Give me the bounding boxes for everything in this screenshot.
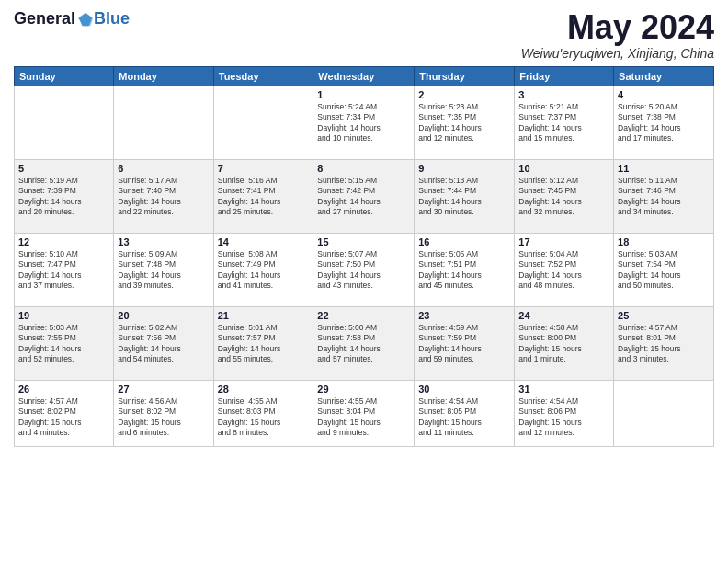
day-info: Sunrise: 4:58 AM Sunset: 8:00 PM Dayligh… [518,323,609,365]
day-number: 22 [317,310,410,321]
day-number: 19 [18,310,109,321]
calendar-cell: 23Sunrise: 4:59 AM Sunset: 7:59 PM Dayli… [415,306,515,380]
day-info: Sunrise: 5:21 AM Sunset: 7:37 PM Dayligh… [518,102,609,144]
title-section: May 2024 Weiwu'eryuqiwen, Xinjiang, Chin… [521,9,714,61]
calendar-cell: 19Sunrise: 5:03 AM Sunset: 7:55 PM Dayli… [15,306,114,380]
day-number: 5 [18,163,109,174]
day-info: Sunrise: 5:08 AM Sunset: 7:49 PM Dayligh… [218,249,310,292]
calendar-week-row: 26Sunrise: 4:57 AM Sunset: 8:02 PM Dayli… [15,380,714,446]
day-number: 12 [18,236,109,247]
calendar-cell: 12Sunrise: 5:10 AM Sunset: 7:47 PM Dayli… [15,233,114,306]
calendar-cell: 29Sunrise: 4:55 AM Sunset: 8:04 PM Dayli… [313,380,415,446]
calendar-week-row: 5Sunrise: 5:19 AM Sunset: 7:39 PM Daylig… [15,159,714,233]
day-number: 13 [118,236,209,247]
calendar-cell: 11Sunrise: 5:11 AM Sunset: 7:46 PM Dayli… [614,159,714,233]
weekday-header-thursday: Thursday [415,66,515,86]
day-number: 20 [118,310,209,321]
calendar-cell: 25Sunrise: 4:57 AM Sunset: 8:01 PM Dayli… [614,306,714,380]
calendar-week-row: 19Sunrise: 5:03 AM Sunset: 7:55 PM Dayli… [15,306,714,380]
calendar-cell: 5Sunrise: 5:19 AM Sunset: 7:39 PM Daylig… [15,159,114,233]
day-info: Sunrise: 5:00 AM Sunset: 7:58 PM Dayligh… [317,323,410,365]
day-number: 16 [418,236,510,247]
calendar-cell: 20Sunrise: 5:02 AM Sunset: 7:56 PM Dayli… [114,306,213,380]
calendar-week-row: 1Sunrise: 5:24 AM Sunset: 7:34 PM Daylig… [15,86,714,159]
calendar-week-row: 12Sunrise: 5:10 AM Sunset: 7:47 PM Dayli… [15,233,714,306]
calendar-cell [114,86,213,159]
calendar-cell: 7Sunrise: 5:16 AM Sunset: 7:41 PM Daylig… [213,159,313,233]
day-number: 28 [218,384,310,395]
calendar-cell [15,86,114,159]
day-number: 18 [618,236,710,247]
day-number: 7 [218,163,310,174]
day-number: 26 [18,384,109,395]
day-info: Sunrise: 5:12 AM Sunset: 7:45 PM Dayligh… [518,176,609,218]
day-number: 27 [118,384,209,395]
calendar-cell: 18Sunrise: 5:03 AM Sunset: 7:54 PM Dayli… [614,233,714,306]
logo: General Blue [14,9,130,29]
day-info: Sunrise: 5:07 AM Sunset: 7:50 PM Dayligh… [317,249,410,292]
day-number: 21 [218,310,310,321]
location-subtitle: Weiwu'eryuqiwen, Xinjiang, China [521,46,714,61]
day-info: Sunrise: 5:02 AM Sunset: 7:56 PM Dayligh… [118,323,209,365]
day-number: 17 [518,236,609,247]
day-number: 31 [518,384,609,395]
day-info: Sunrise: 5:13 AM Sunset: 7:44 PM Dayligh… [418,176,510,218]
day-number: 11 [618,163,710,174]
day-number: 29 [317,384,410,395]
day-number: 24 [518,310,609,321]
day-info: Sunrise: 5:04 AM Sunset: 7:52 PM Dayligh… [518,249,609,292]
calendar-cell: 24Sunrise: 4:58 AM Sunset: 8:00 PM Dayli… [515,306,614,380]
weekday-header-tuesday: Tuesday [213,66,313,86]
day-number: 15 [317,236,410,247]
month-title: May 2024 [521,9,714,46]
day-number: 2 [418,89,510,100]
calendar-cell [213,86,313,159]
day-info: Sunrise: 5:01 AM Sunset: 7:57 PM Dayligh… [218,323,310,365]
day-number: 25 [618,310,710,321]
day-number: 30 [418,384,510,395]
day-info: Sunrise: 4:55 AM Sunset: 8:03 PM Dayligh… [218,396,310,439]
calendar-cell: 30Sunrise: 4:54 AM Sunset: 8:05 PM Dayli… [415,380,515,446]
calendar-cell: 6Sunrise: 5:17 AM Sunset: 7:40 PM Daylig… [114,159,213,233]
day-info: Sunrise: 4:55 AM Sunset: 8:04 PM Dayligh… [317,396,410,439]
day-info: Sunrise: 5:23 AM Sunset: 7:35 PM Dayligh… [418,102,510,144]
calendar-table: SundayMondayTuesdayWednesdayThursdayFrid… [14,66,714,447]
calendar-cell: 4Sunrise: 5:20 AM Sunset: 7:38 PM Daylig… [614,86,714,159]
day-number: 1 [317,89,410,100]
day-number: 9 [418,163,510,174]
calendar-header-row: SundayMondayTuesdayWednesdayThursdayFrid… [15,66,714,86]
day-number: 14 [218,236,310,247]
page: General Blue May 2024 Weiwu'eryuqiwen, X… [0,0,728,563]
day-number: 8 [317,163,410,174]
day-info: Sunrise: 5:16 AM Sunset: 7:41 PM Dayligh… [218,176,310,218]
header: General Blue May 2024 Weiwu'eryuqiwen, X… [14,9,714,61]
weekday-header-monday: Monday [114,66,213,86]
calendar-cell: 31Sunrise: 4:54 AM Sunset: 8:06 PM Dayli… [515,380,614,446]
day-info: Sunrise: 5:11 AM Sunset: 7:46 PM Dayligh… [618,176,710,218]
day-info: Sunrise: 4:54 AM Sunset: 8:06 PM Dayligh… [518,396,609,439]
day-number: 23 [418,310,510,321]
day-info: Sunrise: 5:09 AM Sunset: 7:48 PM Dayligh… [118,249,209,292]
day-info: Sunrise: 5:03 AM Sunset: 7:55 PM Dayligh… [18,323,109,365]
day-info: Sunrise: 4:59 AM Sunset: 7:59 PM Dayligh… [418,323,510,365]
calendar-cell [614,380,714,446]
day-info: Sunrise: 5:03 AM Sunset: 7:54 PM Dayligh… [618,249,710,292]
calendar-cell: 17Sunrise: 5:04 AM Sunset: 7:52 PM Dayli… [515,233,614,306]
day-info: Sunrise: 5:10 AM Sunset: 7:47 PM Dayligh… [18,249,109,292]
calendar-cell: 16Sunrise: 5:05 AM Sunset: 7:51 PM Dayli… [415,233,515,306]
calendar-cell: 8Sunrise: 5:15 AM Sunset: 7:42 PM Daylig… [313,159,415,233]
day-info: Sunrise: 4:56 AM Sunset: 8:02 PM Dayligh… [118,396,209,439]
svg-marker-1 [78,14,93,26]
day-info: Sunrise: 5:15 AM Sunset: 7:42 PM Dayligh… [317,176,410,218]
calendar-cell: 2Sunrise: 5:23 AM Sunset: 7:35 PM Daylig… [415,86,515,159]
calendar-cell: 13Sunrise: 5:09 AM Sunset: 7:48 PM Dayli… [114,233,213,306]
logo-blue-text: Blue [94,9,130,29]
day-number: 6 [118,163,209,174]
logo-general-text: General [14,9,75,29]
calendar-cell: 1Sunrise: 5:24 AM Sunset: 7:34 PM Daylig… [313,86,415,159]
day-number: 10 [518,163,609,174]
calendar-cell: 15Sunrise: 5:07 AM Sunset: 7:50 PM Dayli… [313,233,415,306]
day-info: Sunrise: 5:05 AM Sunset: 7:51 PM Dayligh… [418,249,510,292]
day-info: Sunrise: 4:54 AM Sunset: 8:05 PM Dayligh… [418,396,510,439]
day-info: Sunrise: 5:24 AM Sunset: 7:34 PM Dayligh… [317,102,410,144]
